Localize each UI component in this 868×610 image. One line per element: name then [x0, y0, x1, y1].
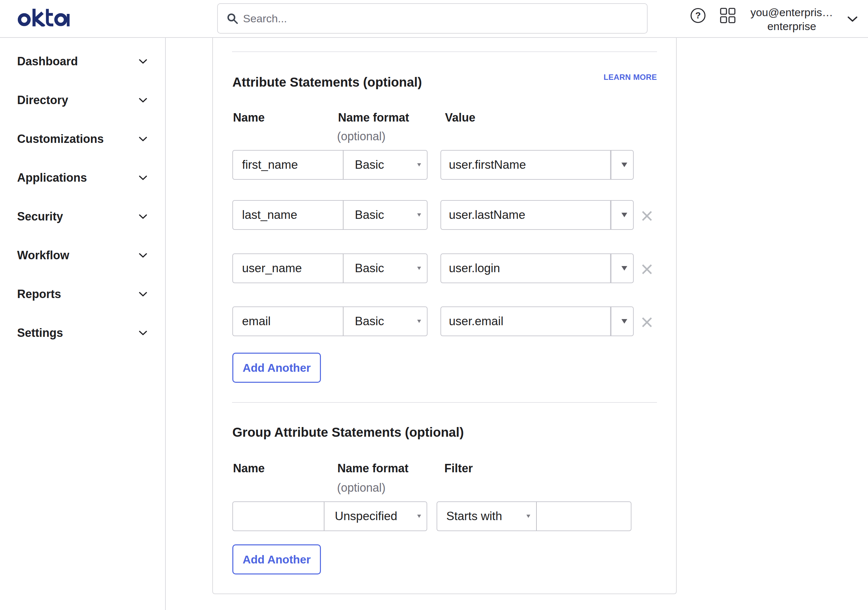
svg-text:?: ?	[695, 10, 701, 20]
